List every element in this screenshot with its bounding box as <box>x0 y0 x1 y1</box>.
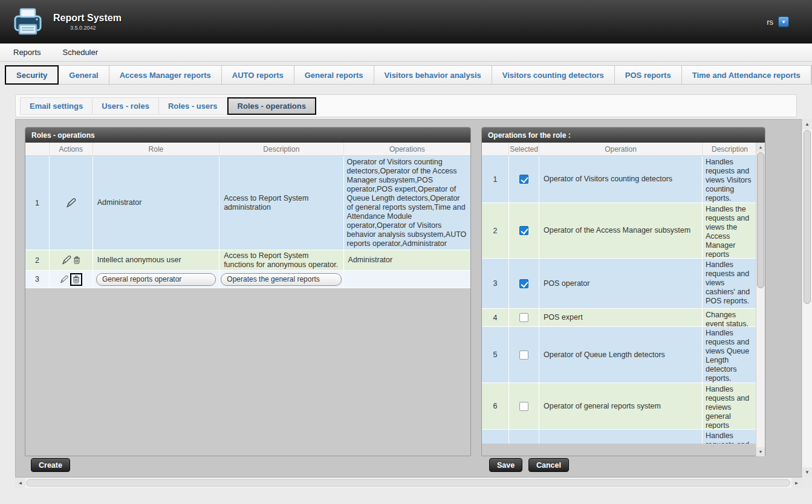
scroll-down-icon[interactable]: ▼ <box>756 447 765 456</box>
selected-cell <box>509 156 539 203</box>
row-number: 1 <box>482 156 509 203</box>
menu-item-reports[interactable]: Reports <box>13 48 41 57</box>
role-row-edit: 3 <box>25 271 470 288</box>
delete-role-icon[interactable] <box>73 275 80 284</box>
role-operations-cell: Operator of Visitors counting detectors,… <box>344 156 470 250</box>
operation-description-cell: Handles requests and views Visitors coun… <box>703 156 757 203</box>
scroll-left-icon[interactable]: ◄ <box>15 478 25 488</box>
row-number: 4 <box>482 309 509 327</box>
scrollbar-thumb[interactable] <box>757 152 764 288</box>
edit-role-icon[interactable] <box>59 275 68 284</box>
subtab-roles-users[interactable]: Roles - users <box>159 97 227 115</box>
click-annotation-box <box>70 273 82 286</box>
edit-role-icon[interactable] <box>65 198 76 208</box>
content-viewport: Roles - operations Actions Role Descript… <box>15 119 802 477</box>
operation-description-cell: Changes event status. <box>703 309 757 327</box>
operation-name-cell: Operator of general reports system <box>539 383 703 430</box>
tab-visitors-counting-detectors[interactable]: Visitors counting detectors <box>492 65 615 85</box>
row-actions-cell <box>50 250 93 271</box>
operation-name-cell: Operator of the Access Manager subsystem <box>539 203 703 259</box>
operation-name-cell: POS expert <box>539 309 703 327</box>
subtab-roles-operations[interactable]: Roles - operations <box>227 97 316 115</box>
tab-general-reports[interactable]: General reports <box>294 65 374 85</box>
operations-table-scrollbar: ▲ ▼ <box>756 143 765 456</box>
subtab-email-settings[interactable]: Email settings <box>20 97 93 115</box>
operation-row: 2 Operator of the Access Manager subsyst… <box>482 203 757 259</box>
app-logo-icon <box>12 7 44 36</box>
menu-item-scheduler[interactable]: Scheduler <box>63 48 99 57</box>
operation-name-cell: POS operator <box>539 259 703 309</box>
app-titles: Report System 3.5.0.2042 <box>53 13 122 31</box>
row-number: 3 <box>25 271 50 288</box>
cancel-button[interactable]: Cancel <box>528 458 569 472</box>
row-number: 3 <box>482 259 509 309</box>
delete-role-icon[interactable] <box>73 256 80 265</box>
role-operations-cell: Administrator <box>344 250 470 271</box>
user-box: rs ▼ <box>767 16 789 27</box>
roles-operations-panel: Roles - operations Actions Role Descript… <box>25 127 471 456</box>
scrollbar-thumb[interactable] <box>26 479 790 486</box>
tab-security[interactable]: Security <box>5 65 59 85</box>
role-row-administrator: 1 Administrator Access to Report System … <box>25 156 470 250</box>
tab-access-manager-reports[interactable]: Access Manager reports <box>109 65 222 85</box>
scroll-up-icon[interactable]: ▲ <box>802 119 812 129</box>
roles-table-header: Actions Role Description Operations <box>25 143 470 156</box>
selected-cell <box>509 309 539 327</box>
operation-name-cell: Operator of Queue Length detectors <box>539 327 703 383</box>
selected-cell <box>509 259 539 309</box>
operation-description-cell: Handles requests and views Queue Length … <box>703 327 757 383</box>
operation-row: 6 Operator of general reports system Han… <box>482 383 757 430</box>
roles-panel-title: Roles - operations <box>25 128 470 143</box>
role-description-cell <box>219 271 343 288</box>
role-description-input[interactable] <box>221 273 342 286</box>
edit-role-icon[interactable] <box>61 255 71 265</box>
role-description-cell: Access to Report System administration <box>219 156 343 250</box>
scroll-right-icon[interactable]: ► <box>791 478 802 488</box>
operation-row: 5 Operator of Queue Length detectors Han… <box>482 327 757 383</box>
operation-row: Handles requests and <box>482 430 757 444</box>
row-number: 6 <box>482 383 509 430</box>
subtab-users-roles[interactable]: Users - roles <box>93 97 159 115</box>
scrollbar-corner <box>802 477 812 488</box>
role-description-cell: Access to Report System functions for an… <box>219 250 343 271</box>
main-tab-strip: Security General Access Manager reports … <box>0 65 812 85</box>
col-header-operations: Operations <box>344 143 470 156</box>
operation-checkbox[interactable] <box>519 313 528 322</box>
app-version: 3.5.0.2042 <box>70 25 122 31</box>
col-header-actions: Actions <box>50 143 93 156</box>
role-name-input[interactable] <box>96 273 216 286</box>
scrollbar-thumb[interactable] <box>804 130 811 304</box>
col-header-selected: Selected <box>509 143 539 156</box>
col-header-role: Role <box>93 143 219 156</box>
col-header-num <box>482 143 509 156</box>
page-horizontal-scrollbar: ◄ ► <box>15 477 802 488</box>
page-vertical-scrollbar: ▲ ▼ <box>802 119 812 477</box>
col-header-description: Description <box>703 143 757 156</box>
role-name-cell: Intellect anonymous user <box>93 250 219 271</box>
app-header: Report System 3.5.0.2042 rs ▼ <box>0 0 812 44</box>
tab-pos-reports[interactable]: POS reports <box>615 65 682 85</box>
tab-visitors-behavior-analysis[interactable]: Visitors behavior analysis <box>374 65 492 85</box>
operation-checkbox[interactable] <box>519 226 528 235</box>
operations-table-header: Selected Operation Description <box>482 143 757 156</box>
scroll-up-icon[interactable]: ▲ <box>756 143 765 152</box>
row-actions-cell <box>50 271 93 288</box>
create-button[interactable]: Create <box>31 458 70 472</box>
scroll-down-icon[interactable]: ▼ <box>802 467 812 477</box>
operation-checkbox[interactable] <box>519 279 528 288</box>
save-button[interactable]: Save <box>489 458 522 472</box>
operation-checkbox[interactable] <box>519 402 528 411</box>
menu-bar: Reports Scheduler <box>0 44 812 62</box>
tab-time-and-attendance-reports[interactable]: Time and Attendance reports <box>682 65 811 85</box>
operation-checkbox[interactable] <box>519 175 528 184</box>
operation-checkbox[interactable] <box>519 351 528 360</box>
operation-description-cell: Handles requests and <box>703 430 757 444</box>
row-number <box>482 430 509 444</box>
operation-row: 3 POS operator Handles requests and view… <box>482 259 757 309</box>
tab-general[interactable]: General <box>59 65 109 85</box>
user-name: rs <box>767 18 773 27</box>
tab-auto-reports[interactable]: AUTO reports <box>222 65 294 85</box>
operation-description-cell: Handles requests and reviews general rep… <box>703 383 757 430</box>
user-menu-dropdown-icon[interactable]: ▼ <box>778 16 789 27</box>
selected-cell <box>509 327 539 383</box>
